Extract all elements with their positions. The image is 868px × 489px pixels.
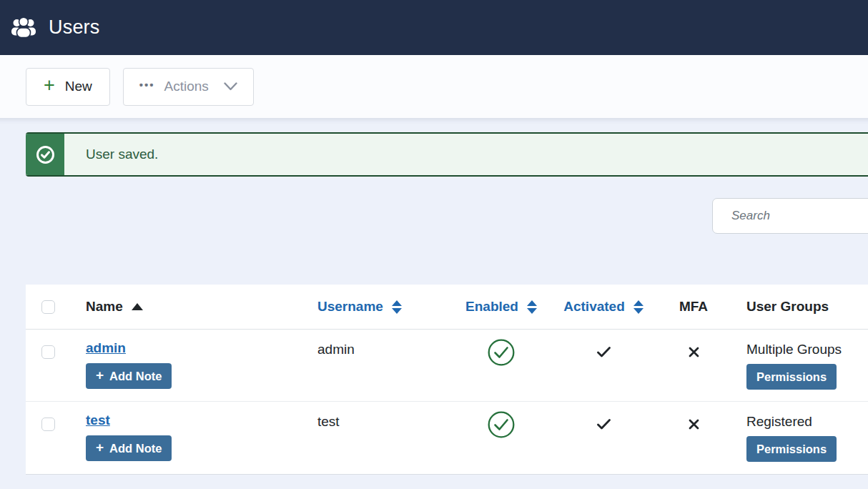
check-icon <box>597 419 611 430</box>
success-alert-icon-block <box>26 134 64 175</box>
enabled-cell[interactable] <box>468 330 535 367</box>
column-header-user-groups: User Groups <box>715 285 868 315</box>
user-name-link[interactable]: test <box>86 413 110 428</box>
sort-both-icon <box>633 300 643 314</box>
name-cell: admin + Add Note <box>86 330 317 389</box>
column-header-activated[interactable]: Activated <box>535 285 672 315</box>
check-circle-icon <box>36 145 55 164</box>
page-title: Users <box>49 16 100 39</box>
users-table: Name Username Enabled Activated MFA <box>26 285 868 475</box>
mfa-cell <box>672 402 715 430</box>
mfa-cell <box>672 330 715 357</box>
user-groups-label: Registered <box>746 414 812 429</box>
actions-button-label: Actions <box>164 79 209 94</box>
user-groups-cell: Multiple Groups Permissions <box>715 330 868 390</box>
activated-cell <box>535 402 672 430</box>
toolbar: + New ••• Actions <box>0 55 868 118</box>
row-checkbox-cell <box>26 402 86 434</box>
header-checkbox-cell <box>26 285 86 317</box>
check-icon <box>597 347 611 357</box>
enabled-cell[interactable] <box>468 402 535 439</box>
sort-both-icon <box>392 300 402 314</box>
select-all-checkbox[interactable] <box>41 300 55 314</box>
name-cell: test + Add Note <box>86 402 317 461</box>
username-cell: admin <box>317 330 468 357</box>
success-alert: User saved. <box>26 132 868 177</box>
add-note-button[interactable]: + Add Note <box>86 435 172 461</box>
new-button-label: New <box>65 79 92 94</box>
users-icon <box>10 16 37 39</box>
column-header-name[interactable]: Name <box>86 285 317 315</box>
sort-ascending-icon <box>132 303 143 310</box>
plus-icon: + <box>96 367 104 383</box>
new-button[interactable]: + New <box>26 68 110 106</box>
user-name-link[interactable]: admin <box>86 340 126 355</box>
user-groups-cell: Registered Permissions <box>715 402 868 462</box>
enabled-check-circle-icon <box>487 410 516 439</box>
row-checkbox[interactable] <box>41 418 55 431</box>
ellipsis-icon: ••• <box>139 79 155 91</box>
column-header-username[interactable]: Username <box>317 285 468 315</box>
table-header-row: Name Username Enabled Activated MFA <box>26 285 868 330</box>
chevron-down-icon <box>224 82 237 91</box>
activated-cell <box>535 330 672 357</box>
x-icon <box>689 347 699 357</box>
user-groups-label: Multiple Groups <box>746 342 842 357</box>
enabled-check-circle-icon <box>487 338 516 367</box>
permissions-button[interactable]: Permissions <box>746 436 837 462</box>
username-cell: test <box>317 402 468 430</box>
search-input[interactable] <box>712 198 868 234</box>
x-icon <box>689 419 699 430</box>
app-header: Users <box>0 0 868 55</box>
row-checkbox-cell <box>26 330 86 362</box>
column-header-enabled[interactable]: Enabled <box>468 285 535 315</box>
table-row: test + Add Note test <box>26 402 868 474</box>
row-checkbox[interactable] <box>41 345 55 359</box>
permissions-button[interactable]: Permissions <box>746 364 837 390</box>
plus-icon: + <box>96 440 104 455</box>
plus-icon: + <box>44 76 55 95</box>
add-note-button[interactable]: + Add Note <box>86 363 172 389</box>
content-area: User saved. Name Username Enabled <box>0 118 868 489</box>
table-row: admin + Add Note admin <box>26 330 868 402</box>
column-header-mfa: MFA <box>672 285 715 315</box>
actions-dropdown-button[interactable]: ••• Actions <box>123 68 254 106</box>
alert-message: User saved. <box>64 134 158 175</box>
